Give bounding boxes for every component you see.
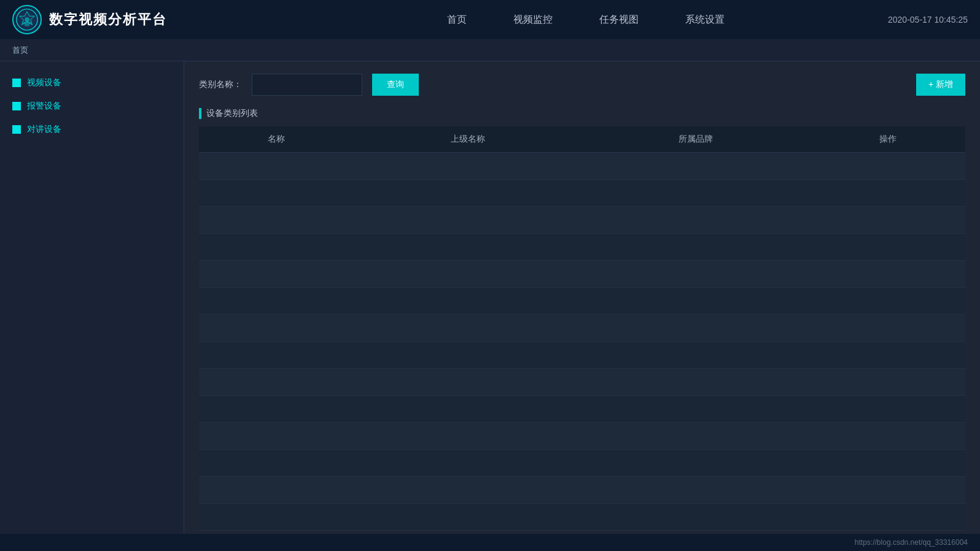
logo-area: 数字视频分析平台 [12, 5, 167, 34]
sidebar: 视频设备 报警设备 对讲设备 [0, 61, 184, 534]
nav-system-settings[interactable]: 系统设置 [680, 11, 729, 29]
table-row [199, 396, 965, 423]
search-button[interactable]: 查询 [372, 74, 419, 96]
nav-task-view[interactable]: 任务视图 [594, 11, 644, 29]
table-header-row: 名称 上级名称 所属品牌 操作 [199, 126, 965, 153]
search-label: 类别名称： [199, 79, 242, 90]
sidebar-item-label-intercom: 对讲设备 [27, 124, 61, 135]
intercom-device-icon [12, 125, 21, 134]
table-row [199, 153, 965, 180]
table-row [199, 369, 965, 396]
section-title-text: 设备类别列表 [206, 108, 258, 119]
video-device-icon [12, 79, 21, 87]
app-title: 数字视频分析平台 [49, 10, 167, 29]
logo-icon [12, 5, 42, 34]
svg-point-2 [25, 17, 29, 22]
table-body [199, 153, 965, 531]
table-row [199, 180, 965, 207]
svg-rect-3 [23, 22, 31, 25]
sidebar-item-label-video: 视频设备 [27, 77, 61, 88]
table-row [199, 315, 965, 342]
col-action: 操作 [810, 126, 965, 153]
main-layout: 视频设备 报警设备 对讲设备 类别名称： 查询 + 新增 设备类别列表 [0, 61, 980, 534]
nav-home[interactable]: 首页 [442, 11, 472, 29]
device-category-table: 名称 上级名称 所属品牌 操作 [199, 126, 965, 531]
search-bar: 类别名称： 查询 + 新增 [199, 74, 965, 96]
col-name: 名称 [199, 126, 354, 153]
breadcrumb: 首页 [0, 39, 980, 61]
datetime-display: 2020-05-17 10:45:25 [888, 15, 968, 25]
search-input[interactable] [252, 74, 362, 96]
content-area: 类别名称： 查询 + 新增 设备类别列表 名称 上级名称 所属品牌 操作 [184, 61, 980, 534]
col-brand: 所属品牌 [582, 126, 810, 153]
add-button[interactable]: + 新增 [916, 74, 965, 96]
table-row [199, 288, 965, 315]
col-parent-name: 上级名称 [354, 126, 582, 153]
header: 数字视频分析平台 首页 视频监控 任务视图 系统设置 2020-05-17 10… [0, 0, 980, 39]
footer: https://blog.csdn.net/qq_33316004 [0, 534, 980, 551]
table-row [199, 450, 965, 477]
table-row [199, 504, 965, 531]
sidebar-item-label-alarm: 报警设备 [27, 101, 61, 112]
table-row [199, 423, 965, 450]
footer-link: https://blog.csdn.net/qq_33316004 [855, 538, 968, 547]
section-title-bar [199, 108, 201, 119]
table-row [199, 342, 965, 369]
nav-video-monitor[interactable]: 视频监控 [508, 11, 558, 29]
table-row [199, 207, 965, 234]
sidebar-item-video-device[interactable]: 视频设备 [0, 71, 184, 94]
sidebar-item-intercom-device[interactable]: 对讲设备 [0, 118, 184, 141]
table-row [199, 234, 965, 261]
table-row [199, 477, 965, 504]
alarm-device-icon [12, 102, 21, 110]
section-title: 设备类别列表 [199, 108, 965, 119]
main-nav: 首页 视频监控 任务视图 系统设置 [204, 11, 968, 29]
svg-rect-4 [25, 25, 29, 26]
sidebar-item-alarm-device[interactable]: 报警设备 [0, 94, 184, 118]
table-row [199, 261, 965, 288]
breadcrumb-home[interactable]: 首页 [12, 45, 28, 56]
